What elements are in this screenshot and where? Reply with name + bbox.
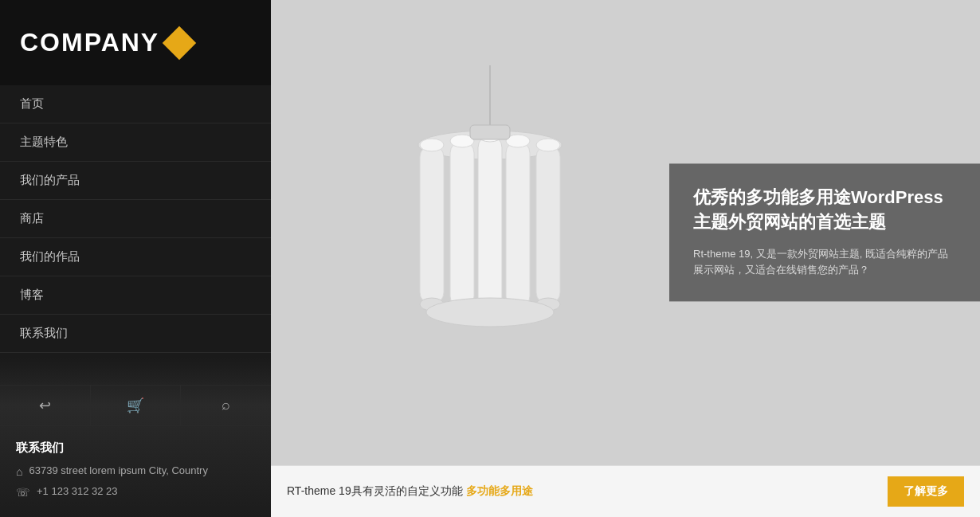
hero-title: 优秀的多功能多用途WordPress主题外贸网站的首选主题: [693, 186, 956, 235]
cart-icon: 🛒: [127, 397, 144, 414]
logo-diamond-icon: [163, 25, 196, 59]
svg-point-15: [536, 139, 560, 151]
logo-area: COMPANY: [0, 0, 271, 85]
svg-rect-18: [470, 125, 510, 139]
hero-description: Rt-theme 19, 又是一款外贸网站主题, 既适合纯粹的产品展示网站，又适…: [693, 246, 956, 280]
lamp-svg: [378, 65, 602, 400]
sidebar-item-portfolio[interactable]: 我们的作品: [0, 238, 271, 276]
hero-section: 优秀的多功能多用途WordPress主题外贸网站的首选主题 Rt-theme 1…: [271, 0, 980, 465]
contact-heading: 联系我们: [16, 441, 255, 456]
sidebar-item-home[interactable]: 首页: [0, 85, 271, 123]
sidebar-item-blog[interactable]: 博客: [0, 276, 271, 315]
bottom-bar-text: RT-theme 19具有灵活的自定义功能: [287, 484, 463, 497]
svg-point-17: [426, 298, 554, 327]
lamp-illustration: [351, 0, 629, 465]
login-icon: ↩: [39, 397, 51, 414]
bottom-text: RT-theme 19具有灵活的自定义功能 多功能多用途: [287, 484, 881, 499]
icon-bar: ↩ 🛒 ⌕: [0, 385, 271, 426]
login-button[interactable]: ↩: [0, 386, 91, 425]
sidebar-item-shop[interactable]: 商店: [0, 200, 271, 238]
phone-icon: ☏: [16, 485, 30, 501]
cart-button[interactable]: 🛒: [91, 386, 182, 425]
sidebar: COMPANY 首页主题特色我们的产品商店我们的作品博客联系我们 ↩ 🛒 ⌕ 联…: [0, 0, 271, 517]
sidebar-item-products[interactable]: 我们的产品: [0, 162, 271, 200]
nav-menu: 首页主题特色我们的产品商店我们的作品博客联系我们: [0, 85, 271, 385]
contact-info-section: 联系我们 ⌂ 63739 street lorem ipsum City, Co…: [0, 426, 271, 517]
bottom-link[interactable]: 多功能多用途: [466, 484, 533, 497]
search-icon: ⌕: [221, 397, 230, 413]
main-content: 优秀的多功能多用途WordPress主题外贸网站的首选主题 Rt-theme 1…: [271, 0, 980, 517]
address-row: ⌂ 63739 street lorem ipsum City, Country: [16, 464, 255, 480]
sidebar-item-contact[interactable]: 联系我们: [0, 315, 271, 353]
svg-rect-5: [450, 141, 474, 308]
home-icon: ⌂: [16, 464, 22, 480]
bottom-bar: RT-theme 19具有灵活的自定义功能 多功能多用途 了解更多: [271, 465, 980, 517]
hero-text-box: 优秀的多功能多用途WordPress主题外贸网站的首选主题 Rt-theme 1…: [669, 163, 980, 301]
svg-rect-2: [420, 145, 444, 304]
sidebar-item-features[interactable]: 主题特色: [0, 123, 271, 162]
svg-rect-8: [478, 135, 502, 311]
svg-rect-11: [506, 141, 530, 308]
phone-row: ☏ +1 123 312 32 23: [16, 484, 255, 501]
search-button[interactable]: ⌕: [181, 386, 271, 425]
hero-title-text: 优秀的多功能多用途WordPress主题外贸网站的首选主题: [693, 187, 943, 232]
phone-text: +1 123 312 32 23: [37, 484, 118, 499]
address-text: 63739 street lorem ipsum City, Country: [29, 464, 207, 478]
learn-more-button[interactable]: 了解更多: [888, 476, 964, 507]
svg-rect-14: [536, 145, 560, 304]
svg-point-3: [420, 139, 444, 151]
logo-text: COMPANY: [20, 28, 159, 57]
